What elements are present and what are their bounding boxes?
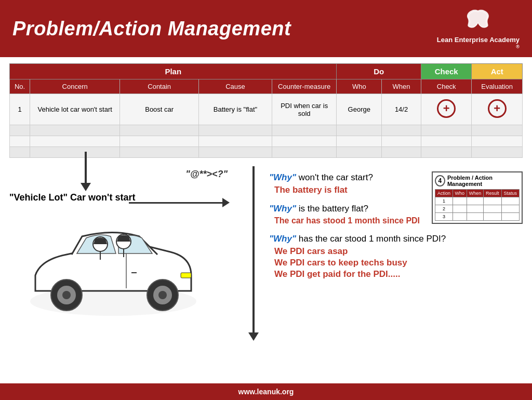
mini-diagram-title: Problem / Action Management (447, 175, 520, 187)
eval-icon (488, 99, 507, 118)
why-question-3: "Why" has the car stood 1 month since PD… (269, 234, 523, 244)
td-no (10, 125, 30, 136)
td-counter (272, 136, 337, 147)
why-q3-text: has the car stood 1 month since PDI? (299, 234, 446, 244)
col-evaluation: Evaluation (472, 79, 523, 94)
mini-table-cell (453, 197, 467, 205)
logo-area: Lean Enterprise Academy ® (437, 8, 520, 50)
mini-table-cell (453, 205, 467, 213)
td-counter (272, 147, 337, 158)
mini-table-cell (501, 213, 519, 221)
td-check (421, 136, 472, 147)
td-concern: Vehicle lot car won't start (30, 94, 120, 125)
mini-table-cell: 1 (435, 197, 453, 205)
check-icon (437, 99, 456, 118)
final-answer-item: We PDI cars asap (269, 246, 523, 257)
td-when (382, 136, 421, 147)
col-check: Check (421, 79, 472, 94)
col-concern: Concern (30, 79, 120, 94)
final-answer-item: We PDI get paid for the PDI..... (269, 269, 523, 279)
table-row (10, 136, 523, 147)
td-check (421, 125, 472, 136)
td-check (421, 94, 472, 125)
do-header: Do (337, 64, 421, 79)
td-cause (199, 125, 272, 136)
page-header: Problem/Action Management Lean Enterpris… (0, 0, 532, 57)
section-header-row: Plan Do Check Act (10, 64, 523, 79)
td-concern (30, 136, 120, 147)
car-illustration (15, 218, 212, 332)
speech-bubble: "@**><?" (185, 169, 228, 180)
td-evaluation (472, 125, 523, 136)
mini-table-cell (484, 205, 501, 213)
problem-action-table: Plan Do Check Act No. Concern Contain Ca… (9, 63, 523, 158)
td-evaluation (472, 94, 523, 125)
logo-registered: ® (516, 44, 520, 49)
footer: www.leanuk.org (0, 383, 532, 400)
mini-col-who: Who (453, 190, 467, 197)
td-no: 1 (10, 94, 30, 125)
page-title: Problem/Action Management (12, 18, 291, 40)
col-counter: Counter-measure (272, 79, 337, 94)
mini-table: Action Who When Result Status 123 (435, 189, 520, 221)
td-contain: Boost car (120, 94, 199, 125)
mini-table-row: 1 (435, 197, 520, 205)
mini-table-cell (501, 205, 519, 213)
arrow-line-horizontal (129, 202, 222, 204)
td-when (382, 147, 421, 158)
td-who (337, 136, 382, 147)
why-word-1: "Why" (269, 172, 296, 182)
mini-table-body: 123 (435, 197, 520, 221)
table-row: 1Vehicle lot car won't startBoost carBat… (10, 94, 523, 125)
mini-table-cell (467, 213, 483, 221)
td-counter (272, 125, 337, 136)
table-row (10, 125, 523, 136)
col-when: When (382, 79, 421, 94)
svg-rect-7 (181, 273, 191, 278)
arrow-head-down-right (248, 332, 259, 341)
col-no: No. (10, 79, 30, 94)
td-when: 14/2 (382, 94, 421, 125)
vertical-line-right (252, 166, 255, 332)
mini-table-cell (467, 197, 483, 205)
table-wrapper: Plan Do Check Act No. Concern Contain Ca… (0, 57, 532, 161)
td-cause: Battery is "flat" (199, 94, 272, 125)
mini-table-header: Action Who When Result Status (435, 190, 520, 197)
lower-section: "Vehicle Lot" Car won't start "@**><?" (0, 161, 532, 369)
mini-col-status: Status (501, 190, 519, 197)
td-who (337, 125, 382, 136)
check-header: Check (421, 64, 472, 79)
td-who: George (337, 94, 382, 125)
col-who: Who (337, 79, 382, 94)
td-concern (30, 125, 120, 136)
act-header: Act (472, 64, 523, 79)
mini-diagram: 4 Problem / Action Management Action Who… (432, 171, 523, 224)
td-no (10, 147, 30, 158)
td-no (10, 136, 30, 147)
col-contain: Contain (120, 79, 199, 94)
left-side: "Vehicle Lot" Car won't start "@**><?" (9, 166, 238, 369)
mini-table-cell (484, 213, 501, 221)
final-answers: We PDI cars asapWe PDI cars to keep tech… (269, 246, 523, 279)
right-side: "Why" won't the car start? The battery i… (243, 166, 523, 369)
mini-col-result: Result (484, 190, 501, 197)
svg-point-3 (62, 291, 71, 299)
td-who (337, 147, 382, 158)
td-contain (120, 147, 199, 158)
mini-diagram-number: 4 (435, 175, 445, 186)
td-concern (30, 147, 120, 158)
table-body: 1Vehicle lot car won't startBoost carBat… (10, 94, 523, 158)
mini-table-row: 2 (435, 205, 520, 213)
column-header-row: No. Concern Contain Cause Counter-measur… (10, 79, 523, 94)
svg-point-6 (158, 291, 167, 299)
col-cause: Cause (199, 79, 272, 94)
mini-table-cell: 2 (435, 205, 453, 213)
vehicle-lot-label: "Vehicle Lot" Car won't start (9, 192, 135, 203)
car-svg (15, 218, 212, 322)
td-evaluation (472, 136, 523, 147)
td-contain (120, 125, 199, 136)
mini-col-action: Action (435, 190, 453, 197)
why-word-2: "Why" (269, 204, 296, 214)
why-q2-text: is the battery flat? (299, 204, 368, 214)
mini-table-cell (467, 205, 483, 213)
